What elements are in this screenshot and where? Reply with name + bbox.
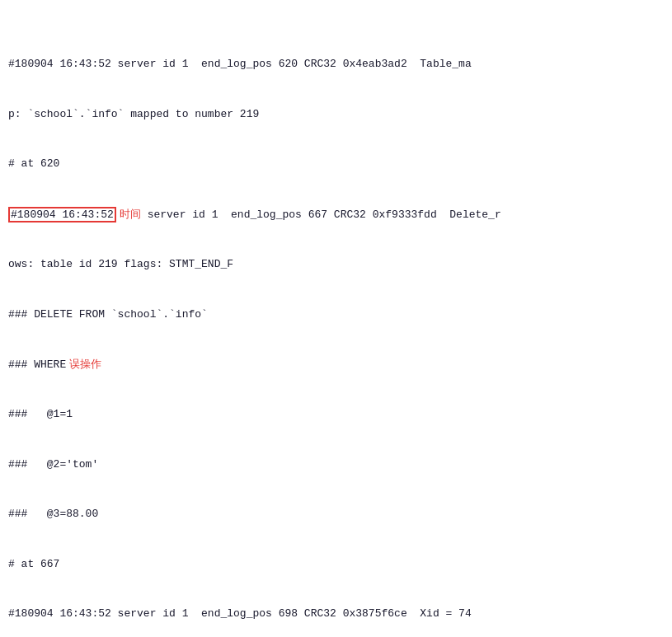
code-block: #180904 16:43:52 server id 1 end_log_pos… [8, 7, 664, 637]
line-5-text: ows: table id 219 flags: STMT_END_F [8, 258, 233, 270]
line-7-text: ### WHERE [8, 358, 66, 371]
line-1: #180904 16:43:52 server id 1 end_log_pos… [8, 56, 664, 73]
highlight-timestamp-1: #180904 16:43:52 [8, 207, 116, 222]
line-4: #180904 16:43:52时间 server id 1 end_log_p… [8, 206, 664, 223]
line-1-text: #180904 16:43:52 server id 1 end_log_pos… [8, 58, 472, 70]
line-8: ### @1=1 [8, 406, 664, 423]
line-7: ### WHERE误操作 [8, 356, 664, 373]
line-9-text: ### @2='tom' [8, 458, 98, 471]
line-12-text: #180904 16:43:52 server id 1 end_log_pos… [8, 607, 472, 620]
line-7-annotation: 误操作 [69, 358, 101, 370]
line-11-text: # at 667 [8, 558, 59, 570]
line-9: ### @2='tom' [8, 457, 664, 473]
line-4-annotation: 时间 [120, 208, 141, 220]
line-6: ### DELETE FROM `school`.`info` [8, 307, 664, 323]
line-3-text: # at 620 [8, 157, 59, 170]
line-2: p: `school`.`info` mapped to number 219 [8, 106, 664, 123]
line-3: # at 620 [8, 156, 664, 172]
line-4-rest: server id 1 end_log_pos 667 CRC32 0xf933… [141, 208, 501, 221]
line-10: ### @3=88.00 [8, 506, 664, 522]
line-11: # at 667 [8, 556, 664, 573]
main-container: #180904 16:43:52 server id 1 end_log_pos… [0, 0, 672, 637]
line-8-text: ### @1=1 [8, 408, 73, 420]
line-5: ows: table id 219 flags: STMT_END_F [8, 256, 664, 273]
line-10-text: ### @3=88.00 [8, 508, 98, 520]
line-12: #180904 16:43:52 server id 1 end_log_pos… [8, 606, 664, 622]
line-2-text: p: `school`.`info` mapped to number 219 [8, 108, 259, 120]
line-6-text: ### DELETE FROM `school`.`info` [8, 308, 208, 321]
